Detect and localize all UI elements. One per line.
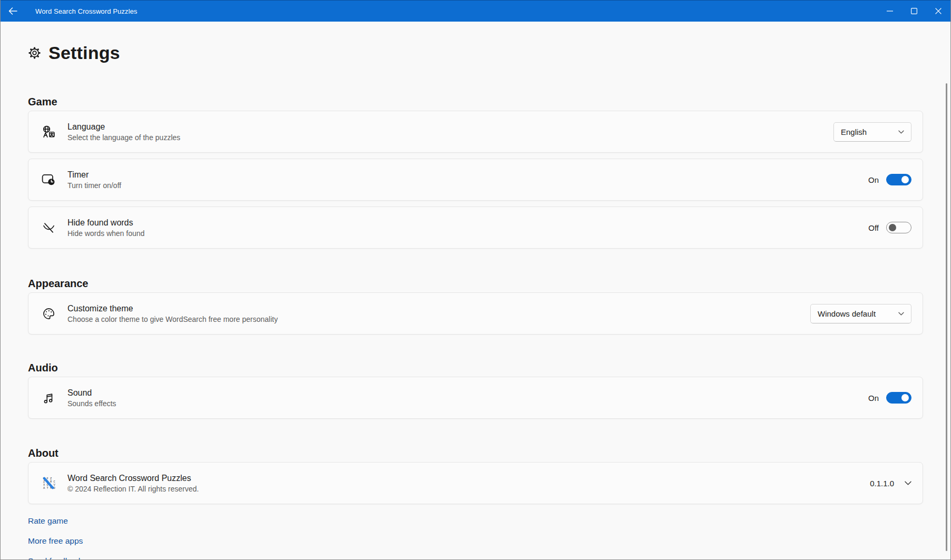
- more-free-apps-link[interactable]: More free apps: [28, 535, 83, 546]
- chevron-down-icon: [898, 312, 904, 316]
- send-feedback-link[interactable]: Send feedback: [28, 555, 82, 560]
- hide-found-words-title: Hide found words: [67, 218, 144, 228]
- palette-icon: [38, 307, 59, 321]
- music-note-icon: [38, 391, 59, 405]
- toggle-knob: [889, 224, 896, 231]
- customize-theme-subtitle: Choose a color theme to give WordSearch …: [67, 315, 278, 323]
- hide-found-words-toggle[interactable]: [886, 222, 911, 233]
- eye-off-icon: [38, 221, 59, 235]
- maximize-button[interactable]: [902, 1, 926, 22]
- titlebar: Word Search Crossword Puzzles: [1, 0, 950, 22]
- sound-toggle[interactable]: [886, 392, 911, 404]
- timer-state-label: On: [868, 175, 879, 184]
- hide-found-words-card: Hide found words Hide words when found O…: [28, 207, 923, 249]
- page-header: Settings: [28, 41, 923, 65]
- timer-subtitle: Turn timer on/off: [67, 181, 121, 190]
- language-subtitle: Select the language of the puzzles: [67, 133, 180, 142]
- section-label-game: Game: [28, 95, 923, 109]
- app-window: Word Search Crossword Puzzles: [0, 0, 951, 560]
- timer-card: Timer Turn timer on/off On: [28, 159, 923, 201]
- back-arrow-icon: [8, 7, 17, 15]
- section-label-audio: Audio: [28, 361, 923, 375]
- close-icon: [935, 8, 942, 14]
- translate-icon: [38, 125, 59, 139]
- sound-state-label: On: [868, 394, 879, 402]
- hide-found-words-subtitle: Hide words when found: [67, 229, 144, 238]
- toggle-knob: [901, 394, 909, 401]
- minimize-button[interactable]: [878, 1, 902, 22]
- about-card[interactable]: W F Z Z Q R C X O L V A T M D Word Searc…: [28, 462, 923, 504]
- sound-subtitle: Sounds effects: [67, 399, 116, 408]
- sound-title: Sound: [67, 388, 116, 398]
- about-app-title: Word Search Crossword Puzzles: [67, 474, 199, 483]
- vertical-scrollbar[interactable]: [946, 83, 947, 551]
- back-button[interactable]: [1, 1, 25, 22]
- toggle-knob: [901, 176, 909, 183]
- section-label-about: About: [28, 446, 923, 460]
- gear-icon: [28, 46, 41, 60]
- sound-card: Sound Sounds effects On: [28, 377, 923, 419]
- customize-theme-title: Customize theme: [67, 304, 278, 313]
- settings-page: Settings Game Language Select the langua…: [1, 22, 950, 559]
- app-logo-icon: W F Z Z Q R C X O L V A T M D: [38, 476, 59, 490]
- footer-links: Rate game More free apps Send feedback: [28, 515, 923, 560]
- timer-title: Timer: [67, 170, 121, 180]
- expander-chevron-down-icon[interactable]: [905, 481, 911, 485]
- section-label-appearance: Appearance: [28, 277, 923, 290]
- maximize-icon: [911, 8, 917, 14]
- minimize-icon: [887, 11, 893, 12]
- language-dropdown[interactable]: English: [833, 122, 911, 142]
- language-dropdown-value: English: [841, 127, 867, 136]
- language-title: Language: [67, 122, 180, 132]
- timer-icon: [38, 173, 59, 186]
- theme-dropdown-value: Windows default: [818, 309, 876, 318]
- hide-found-words-state-label: Off: [868, 223, 879, 232]
- customize-theme-card: Customize theme Choose a color theme to …: [28, 292, 923, 335]
- theme-dropdown[interactable]: Windows default: [810, 304, 911, 323]
- language-card: Language Select the language of the puzz…: [28, 111, 923, 153]
- window-title: Word Search Crossword Puzzles: [35, 7, 137, 15]
- timer-toggle[interactable]: [886, 174, 911, 185]
- chevron-down-icon: [898, 130, 904, 134]
- version-number: 0.1.1.0: [870, 479, 894, 488]
- page-title: Settings: [48, 43, 120, 63]
- close-button[interactable]: [926, 1, 950, 22]
- rate-game-link[interactable]: Rate game: [28, 515, 68, 526]
- about-copyright: © 2024 Reflection IT. All rights reserve…: [67, 485, 199, 493]
